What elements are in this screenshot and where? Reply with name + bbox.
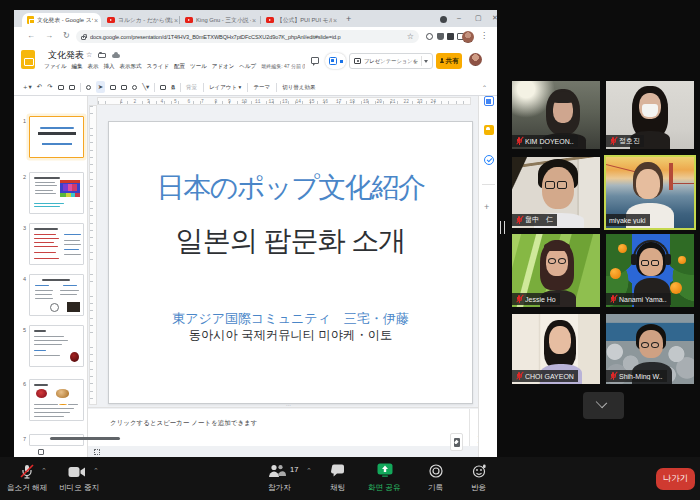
presentation-options-caret[interactable] [424, 60, 428, 63]
menu-edit[interactable]: 編集 [72, 63, 83, 70]
browser-profile-avatar[interactable] [462, 31, 474, 43]
tasks-icon[interactable] [484, 155, 494, 165]
get-addons-icon[interactable]: + [484, 202, 489, 212]
tab-close-icon[interactable]: × [333, 17, 337, 24]
show-more-participants-button[interactable] [583, 392, 624, 419]
meet-present-button[interactable] [325, 53, 346, 69]
window-close-button[interactable]: ✕ [492, 14, 498, 22]
tab-youtube-1[interactable]: ヨルシカ - だから僕は音楽を辞めた × [102, 13, 181, 27]
menu-help[interactable]: ヘルプ [239, 63, 256, 70]
menu-arrange[interactable]: 配置 [174, 63, 185, 70]
tab-youtube-3[interactable]: 【公式】PUI PUI モルカー 第1話 × [261, 13, 340, 27]
filmstrip-scrollbar[interactable] [50, 437, 120, 440]
participants-button[interactable] [268, 464, 288, 478]
browser-menu-kebab-icon[interactable]: ⋮ [480, 31, 488, 40]
filmstrip-view-icon[interactable] [38, 449, 44, 455]
speaker-notes-area[interactable]: クリックするとスピーカー ノートを追加できます ❯ [88, 409, 478, 446]
tab-close-icon[interactable]: × [174, 17, 178, 24]
tab-close-icon[interactable]: × [94, 17, 98, 24]
video-tile-choi-gayeon[interactable]: CHOI GAYEON [512, 314, 600, 384]
print-icon[interactable] [58, 85, 64, 90]
slide-thumbnail-7[interactable] [29, 434, 84, 446]
move-folder-icon[interactable] [98, 53, 106, 58]
video-tile-shih-ming[interactable]: Shih-Ming W.. [606, 314, 694, 384]
redo-icon[interactable]: ↷ [47, 82, 52, 92]
menu-file[interactable]: ファイル [44, 63, 67, 70]
insert-table-icon[interactable] [160, 85, 166, 90]
slide-editor-page[interactable]: 日本のポップ文化紹介 일본의 팝문화 소개 東アジア国際コミュニティ 三宅・伊藤… [108, 121, 473, 404]
menu-format[interactable]: 表示形式 [120, 63, 142, 70]
mic-options-chevron[interactable]: ⌃ [41, 467, 47, 475]
tab-google-slides[interactable]: 文化発表 - Google スライド × [22, 13, 101, 27]
menu-insert[interactable]: 挿入 [104, 63, 115, 70]
insert-shape-icon[interactable] [132, 85, 137, 90]
background-button[interactable]: 背景 [186, 84, 197, 91]
panel-resize-handle[interactable] [500, 221, 505, 234]
video-tile-jessie-ho[interactable]: Jessie Ho [512, 234, 600, 307]
slide-byline-japanese[interactable]: 東アジア国際コミュニティ 三宅・伊藤 [109, 310, 472, 328]
slide-thumbnail-1[interactable] [29, 116, 84, 158]
reactions-button[interactable] [472, 464, 486, 478]
paint-format-icon[interactable] [69, 85, 75, 90]
stop-video-button[interactable] [68, 466, 86, 478]
google-account-avatar[interactable] [469, 53, 482, 66]
theme-button[interactable]: テーマ [253, 84, 270, 91]
zoom-icon[interactable] [86, 85, 91, 90]
extension-icon[interactable] [447, 33, 454, 40]
share-button[interactable]: 共有 [436, 53, 462, 69]
address-bar[interactable]: docs.google.com/presentation/d/1T4fHV3_B… [76, 30, 419, 43]
insert-line-icon[interactable]: ╲▾ [142, 82, 149, 92]
slide-byline-korean[interactable]: 동아시아 국제커뮤니티 미야케・이토 [109, 327, 472, 344]
bookmark-star-icon[interactable]: ☆ [407, 33, 414, 41]
record-button[interactable] [429, 464, 443, 478]
video-tile-miyake-yuki-active-speaker[interactable]: miyake yuki [604, 155, 696, 230]
undo-icon[interactable]: ↶ [37, 82, 42, 92]
start-presentation-button[interactable]: プレゼンテーションを開始 [349, 53, 433, 69]
extension-icon[interactable] [437, 33, 444, 40]
slide-thumbnail-2[interactable] [29, 172, 84, 214]
share-screen-button[interactable] [377, 463, 393, 477]
menu-addons[interactable]: アドオン [212, 63, 235, 70]
font-icon[interactable]: a̲ [171, 82, 175, 92]
insert-image-icon[interactable] [121, 85, 127, 90]
video-options-chevron[interactable]: ⌃ [93, 467, 99, 475]
grid-view-icon[interactable] [94, 449, 100, 455]
keep-icon[interactable] [484, 125, 494, 135]
window-minimize-button[interactable]: – [457, 14, 461, 21]
text-box-icon[interactable] [110, 85, 116, 90]
menu-view[interactable]: 表示 [88, 63, 99, 70]
tab-youtube-2[interactable]: King Gnu - 三文小説 - YouTube × [180, 13, 259, 27]
reload-icon[interactable]: ↻ [63, 31, 70, 40]
slide-thumbnail-3[interactable] [29, 223, 84, 265]
transition-button[interactable]: 切り替え効果 [282, 84, 315, 91]
new-slide-button[interactable]: ＋▾ [22, 82, 32, 92]
video-tile-hatakenaka[interactable]: 畠中 仁 [512, 157, 600, 228]
notes-divider[interactable] [88, 407, 478, 408]
select-tool-icon[interactable]: ➤ [96, 81, 105, 93]
slide-title-korean[interactable]: 일본의 팝문화 소개 [109, 222, 472, 260]
back-icon[interactable]: ← [27, 31, 35, 40]
calendar-icon[interactable] [484, 96, 494, 106]
extension-icon[interactable] [426, 33, 433, 40]
toolbar-collapse-icon[interactable]: ⌃ [482, 84, 487, 91]
leave-meeting-button[interactable]: 나가기 [656, 468, 695, 490]
notes-drag-handle[interactable]: ⋯ [286, 404, 298, 407]
menu-slide[interactable]: スライド [147, 63, 170, 70]
comments-icon[interactable] [311, 57, 319, 64]
document-title[interactable]: 文化発表 [48, 49, 84, 62]
new-tab-button[interactable]: + [346, 15, 351, 24]
video-tile-nanami[interactable]: Nanami Yama.. [606, 234, 694, 307]
tab-search-icon[interactable] [440, 16, 447, 23]
speaker-notes-placeholder[interactable]: クリックするとスピーカー ノートを追加できます [110, 419, 257, 428]
last-edit-link[interactable]: 最終編集: 47 分前 (匿名... [261, 63, 305, 69]
slide-thumbnail-5[interactable] [29, 325, 84, 367]
layout-button[interactable]: レイアウト ▾ [209, 84, 241, 91]
forward-icon[interactable]: → [45, 31, 53, 40]
slide-title-japanese[interactable]: 日本のポップ文化紹介 [109, 169, 472, 207]
unmute-button[interactable] [20, 464, 34, 479]
star-document-icon[interactable]: ☆ [86, 51, 92, 59]
video-tile-kim-doyeon[interactable]: KIM DOYEON.. [512, 81, 600, 149]
slide-thumbnail-6[interactable] [29, 379, 84, 421]
slide-thumbnail-4[interactable] [29, 274, 84, 316]
participants-chevron[interactable]: ⌃ [306, 467, 312, 475]
